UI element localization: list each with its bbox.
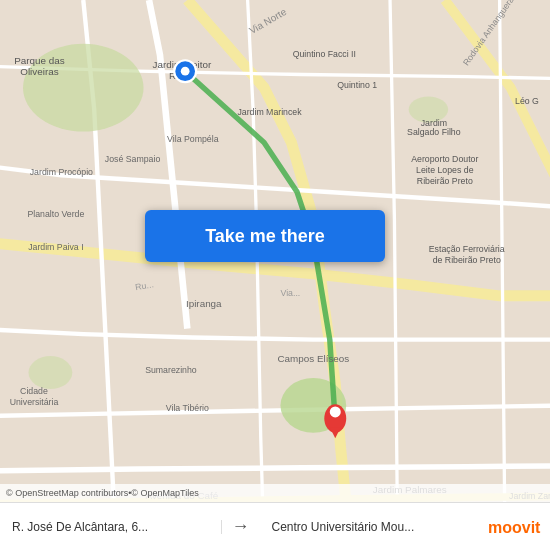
svg-text:Quintino Facci II: Quintino Facci II (293, 49, 356, 59)
svg-text:Vila Tibério: Vila Tibério (166, 403, 209, 413)
svg-text:Sumarezinho: Sumarezinho (145, 365, 197, 375)
svg-text:Parque das: Parque das (14, 55, 64, 66)
svg-point-42 (330, 406, 341, 417)
svg-text:Aeroporto Doutor: Aeroporto Doutor (411, 154, 478, 164)
moovit-logo-svg: moovit (488, 517, 542, 537)
svg-text:moovit: moovit (488, 519, 541, 536)
svg-text:Campos Elíseos: Campos Elíseos (277, 353, 349, 364)
map-container: Parque das Oliveiras Jardim Heitor Rigon… (0, 0, 550, 550)
svg-text:Cidade: Cidade (20, 386, 48, 396)
take-me-there-button[interactable]: Take me there (145, 210, 385, 262)
map-background: Parque das Oliveiras Jardim Heitor Rigon… (0, 0, 550, 550)
svg-text:Ribeirão Preto: Ribeirão Preto (417, 176, 473, 186)
svg-point-3 (28, 356, 72, 389)
moovit-logo: moovit (480, 517, 550, 537)
svg-text:Jardim Procópio: Jardim Procópio (30, 167, 93, 177)
svg-text:José Sampaio: José Sampaio (105, 154, 161, 164)
svg-text:Leite Lopes de: Leite Lopes de (416, 165, 474, 175)
bottom-bar: R. José De Alcântara, 6... → Centro Univ… (0, 502, 550, 550)
svg-point-40 (181, 67, 190, 76)
svg-text:Via...: Via... (280, 288, 300, 298)
svg-text:Jardim Paiva I: Jardim Paiva I (28, 242, 83, 252)
svg-text:Léo G: Léo G (515, 96, 539, 106)
svg-text:Planalto Verde: Planalto Verde (27, 209, 84, 219)
route-arrow-icon: → (222, 516, 260, 537)
attribution-osm: © OpenStreetMap contributors (6, 488, 128, 498)
svg-text:de Ribeirão Preto: de Ribeirão Preto (433, 255, 501, 265)
attribution-bar: © OpenStreetMap contributors • © OpenMap… (0, 484, 550, 502)
svg-text:Estação Ferroviária: Estação Ferroviária (429, 244, 505, 254)
svg-text:Universitária: Universitária (10, 397, 59, 407)
svg-text:Vila Pompéla: Vila Pompéla (167, 134, 219, 144)
svg-text:Oliveiras: Oliveiras (20, 66, 58, 77)
svg-text:Quintino 1: Quintino 1 (337, 80, 377, 90)
destination-label: Centro Universitário Mou... (260, 520, 481, 534)
svg-text:Salgado Filho: Salgado Filho (407, 127, 461, 137)
svg-text:Ipiranga: Ipiranga (186, 298, 222, 309)
origin-label: R. José De Alcântara, 6... (0, 520, 222, 534)
attribution-omt: © OpenMapTiles (131, 488, 198, 498)
svg-text:Jardim Marincek: Jardim Marincek (237, 107, 302, 117)
